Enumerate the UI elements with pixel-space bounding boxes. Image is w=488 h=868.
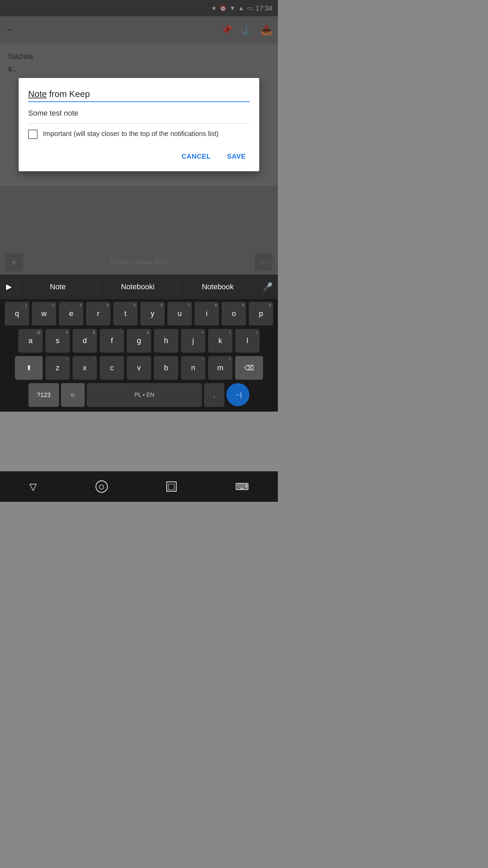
nav-keyboard-icon[interactable]: ⌨ <box>235 481 249 492</box>
emoji-key[interactable]: ☺ <box>61 383 85 407</box>
cancel-button[interactable]: CANCEL <box>178 150 215 163</box>
key-r[interactable]: 4r <box>86 302 110 326</box>
suggestion-items: Note Notebooki Notebook <box>18 282 258 291</box>
dialog-title-rest: from Keep <box>47 89 90 99</box>
dialog-checkbox-row: Important (will stay closer to the top o… <box>28 129 250 139</box>
key-u[interactable]: 7u <box>167 302 192 326</box>
suggestion-item-1[interactable]: Notebooki <box>98 282 178 291</box>
shift-key[interactable]: ⬆ <box>15 356 43 380</box>
important-checkbox[interactable] <box>28 130 38 139</box>
key-t[interactable]: 5t <box>113 302 138 326</box>
mic-button[interactable]: 🎤 <box>258 275 278 299</box>
key-y[interactable]: 6y <box>140 302 165 326</box>
keyboard-row-4: ?123 ☺ PL • EN . →| <box>1 383 277 407</box>
save-button[interactable]: SAVE <box>223 150 250 163</box>
key-p[interactable]: 0p <box>249 302 273 326</box>
period-key[interactable]: . <box>204 383 224 407</box>
key-m[interactable]: ?m <box>208 356 232 380</box>
keyboard-row-2: @a #s $d -f &g -h +j (k )l <box>1 329 277 353</box>
key-e[interactable]: 3e <box>59 302 83 326</box>
space-key[interactable]: PL • EN <box>87 383 202 407</box>
key-i[interactable]: 8i <box>195 302 219 326</box>
checkbox-label: Important (will stay closer to the top o… <box>43 129 219 138</box>
backspace-key[interactable]: ⌫ <box>235 356 263 380</box>
key-c[interactable]: 'c <box>100 356 124 380</box>
key-w[interactable]: 2w <box>32 302 56 326</box>
key-j[interactable]: +j <box>181 329 205 353</box>
key-b[interactable]: ;b <box>154 356 178 380</box>
dialog-title-underlined: Note <box>28 89 47 99</box>
key-q[interactable]: 1q <box>5 302 29 326</box>
key-o[interactable]: 9o <box>222 302 246 326</box>
key-z[interactable]: *z <box>45 356 70 380</box>
key-x[interactable]: "x <box>73 356 97 380</box>
suggestion-bar: ▶ Note Notebooki Notebook 🎤 <box>0 275 278 299</box>
key-n[interactable]: !n <box>181 356 205 380</box>
nav-bar: ▽ ○ □ ⌨ <box>0 471 278 502</box>
dialog-title-display: Note from Keep <box>28 89 250 102</box>
enter-key[interactable]: →| <box>226 383 249 406</box>
key-l[interactable]: )l <box>235 329 260 353</box>
suggestion-item-0[interactable]: Note <box>18 282 98 291</box>
key-h[interactable]: -h <box>154 329 178 353</box>
nav-recent-icon[interactable]: □ <box>166 481 177 492</box>
dialog-content-text: Some test note <box>28 109 250 118</box>
keyboard-row-1: 1q 2w 3e 4r 5t 6y 7u 8i 9o 0p <box>1 302 277 326</box>
nav-back-icon[interactable]: ▽ <box>29 481 37 492</box>
keyboard: 1q 2w 3e 4r 5t 6y 7u 8i 9o 0p @a #s $d -… <box>0 299 278 412</box>
key-d[interactable]: $d <box>73 329 97 353</box>
key-a[interactable]: @a <box>18 329 43 353</box>
nav-home-icon[interactable]: ○ <box>96 480 108 493</box>
suggestion-expand-button[interactable]: ▶ <box>0 275 18 299</box>
key-k[interactable]: (k <box>208 329 232 353</box>
dialog-actions: CANCEL SAVE <box>28 150 250 163</box>
dialog-divider <box>28 123 250 123</box>
numbers-key[interactable]: ?123 <box>28 383 59 407</box>
key-f[interactable]: -f <box>100 329 124 353</box>
dialog-title-row: Note from Keep <box>28 89 250 102</box>
dialog: Note from Keep Some test note Important … <box>19 78 259 171</box>
key-g[interactable]: &g <box>127 329 151 353</box>
keyboard-row-3: ⬆ *z "x 'c :v ;b !n ?m ⌫ <box>1 356 277 380</box>
suggestion-item-2[interactable]: Notebook <box>178 282 258 291</box>
key-v[interactable]: :v <box>127 356 151 380</box>
key-s[interactable]: #s <box>45 329 70 353</box>
